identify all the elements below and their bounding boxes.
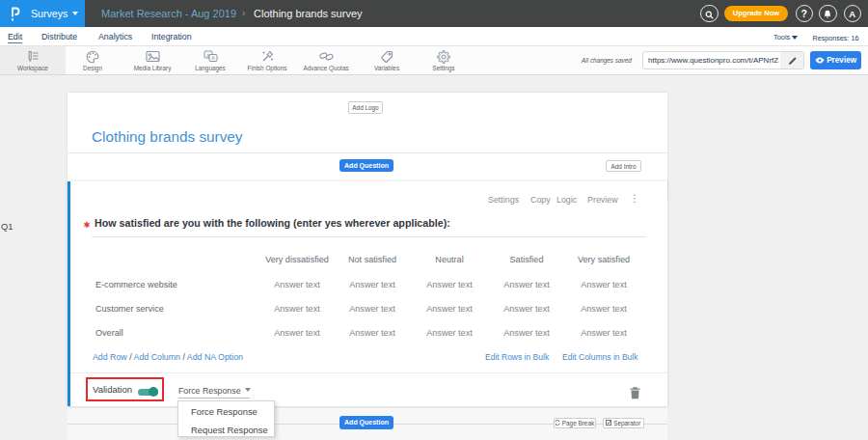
svg-text:A: A [211,55,215,61]
